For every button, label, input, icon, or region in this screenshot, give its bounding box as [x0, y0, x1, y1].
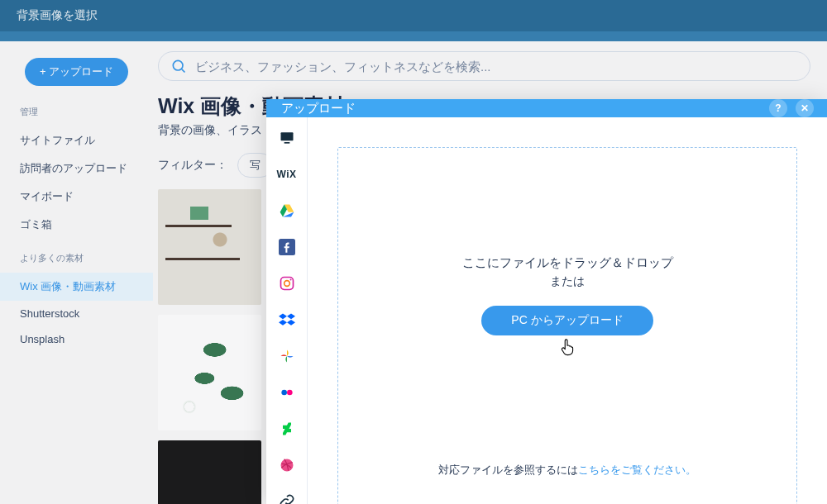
drop-instruction: ここにファイルをドラッグ＆ドロップ [462, 255, 673, 271]
drop-center: ここにファイルをドラッグ＆ドロップ または PC からアップロード [462, 255, 673, 361]
upload-modal-header: アップロード ? ✕ [266, 99, 827, 117]
facebook-icon[interactable] [278, 238, 296, 256]
app-root: 背景画像を選択 + アップロード 管理 サイトファイル 訪問者のアップロード マ… [0, 0, 827, 504]
drop-area[interactable]: ここにファイルをドラッグ＆ドロップ または PC からアップロード 対応ファイル… [337, 147, 797, 504]
title-bar: 背景画像を選択 [0, 0, 827, 31]
svg-rect-2 [280, 132, 293, 140]
upload-button[interactable]: + アップロード [25, 58, 128, 86]
google-drive-icon[interactable] [278, 202, 296, 220]
help-button[interactable]: ? [769, 99, 787, 117]
dribbble-icon[interactable] [278, 456, 296, 474]
sidebar-item-visitor-uploads[interactable]: 訪問者のアップロード [0, 155, 153, 183]
cursor-hand-icon [462, 337, 673, 361]
drop-area-wrap: ここにファイルをドラッグ＆ドロップ または PC からアップロード 対応ファイル… [308, 117, 827, 504]
sidebar-item-shutterstock[interactable]: Shutterstock [0, 301, 153, 326]
sidebar: + アップロード 管理 サイトファイル 訪問者のアップロード マイボード ゴミ箱… [0, 41, 153, 504]
drop-footer-link[interactable]: こちらをご覧ください。 [578, 464, 696, 476]
svg-point-10 [289, 278, 291, 280]
close-button[interactable]: ✕ [796, 99, 814, 117]
search-row [153, 41, 827, 89]
title-bar-accent [0, 31, 827, 41]
svg-point-9 [284, 281, 289, 287]
thumbnail[interactable] [158, 189, 261, 305]
sidebar-item-trash[interactable]: ゴミ箱 [0, 211, 153, 239]
drop-footer-text: 対応ファイルを参照するには [438, 464, 578, 476]
wix-icon[interactable]: WiX [278, 165, 296, 183]
svg-point-16 [287, 390, 293, 396]
my-computer-icon[interactable] [278, 129, 296, 147]
deviantart-icon[interactable] [278, 420, 296, 438]
svg-marker-14 [287, 320, 295, 326]
svg-marker-11 [279, 314, 287, 320]
sidebar-section-more-label: より多くの素材 [0, 252, 153, 273]
svg-marker-13 [279, 320, 287, 326]
search-box[interactable] [158, 51, 810, 81]
dropbox-icon[interactable] [278, 311, 296, 329]
svg-point-0 [173, 60, 183, 70]
svg-point-15 [281, 390, 287, 396]
flickr-icon[interactable] [278, 383, 296, 402]
sidebar-item-site-files[interactable]: サイトファイル [0, 126, 153, 155]
instagram-icon[interactable] [278, 274, 296, 292]
search-input[interactable] [194, 59, 798, 74]
svg-marker-12 [287, 314, 295, 320]
google-photos-icon[interactable] [278, 347, 296, 365]
svg-line-1 [182, 69, 185, 73]
thumbnail[interactable] [158, 315, 261, 430]
drop-footer: 対応ファイルを参照するにはこちらをご覧ください。 [438, 463, 696, 494]
upload-modal-title: アップロード [281, 101, 356, 116]
sidebar-item-wix-media[interactable]: Wix 画像・動画素材 [0, 273, 153, 301]
search-icon [170, 58, 187, 74]
sidebar-item-unsplash[interactable]: Unsplash [0, 326, 153, 352]
filter-label: フィルター： [158, 158, 227, 173]
upload-modal: アップロード ? ✕ WiX [266, 99, 827, 504]
drop-or-label: または [462, 274, 673, 289]
title-bar-text: 背景画像を選択 [17, 8, 98, 23]
thumbnail[interactable] [158, 440, 261, 504]
link-url-icon[interactable] [278, 492, 296, 504]
sidebar-item-my-boards[interactable]: マイボード [0, 183, 153, 211]
sidebar-section-manage-label: 管理 [0, 106, 153, 126]
upload-from-pc-button[interactable]: PC からアップロード [481, 306, 653, 335]
upload-source-bar: WiX [266, 117, 308, 504]
svg-rect-3 [284, 142, 289, 144]
upload-modal-body: WiX [266, 117, 827, 504]
